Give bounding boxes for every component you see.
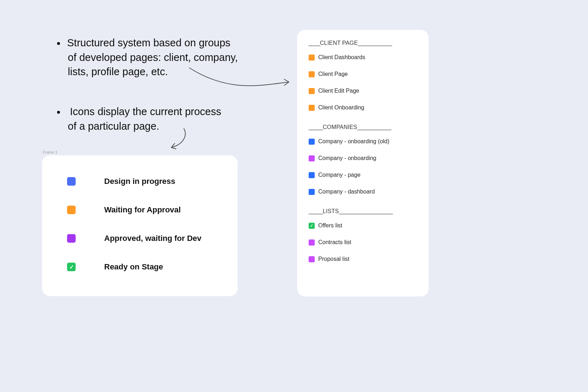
arrow-down-icon (164, 125, 193, 154)
status-swatch-blue-icon (67, 177, 76, 186)
pages-sidebar-card: ____CLIENT PAGE____________ Client Dashb… (297, 30, 429, 296)
page-row: Company - onboarding (old) (309, 138, 417, 145)
status-swatch-purple-icon (309, 239, 315, 246)
legend-label: Approved, waiting for Dev (104, 234, 202, 243)
status-swatch-orange-icon (309, 71, 315, 77)
page-label: Client Dashboards (318, 54, 365, 61)
bullet-item-2: Icons display the current process of a p… (57, 104, 221, 133)
legend-label: Waiting for Approval (104, 205, 181, 215)
legend-card: Design in progress Waiting for Approval … (42, 155, 238, 296)
page-label: Client Onboarding (318, 104, 364, 111)
check-icon: ✓ (310, 223, 313, 228)
header-underscore: _____ (309, 124, 323, 130)
frame-label: Frame 1 (43, 150, 57, 154)
page-label: Proposal list (318, 256, 349, 262)
section-header: _____COMPANIES____________ (309, 124, 417, 130)
page-row: Proposal list (309, 256, 417, 262)
header-title: COMPANIES (323, 124, 358, 130)
status-swatch-purple-icon (309, 256, 315, 262)
header-title: LISTS (323, 208, 339, 214)
bullet-dot-icon (57, 111, 60, 114)
status-swatch-green-check-icon: ✓ (309, 223, 315, 229)
page-row: Company - page (309, 172, 417, 178)
section-header: ____CLIENT PAGE____________ (309, 40, 417, 46)
legend-label: Design in progress (104, 177, 175, 186)
section-header: _____LISTS___________________ (309, 208, 417, 215)
page-row: Client Dashboards (309, 54, 417, 61)
page-row: Company - dashboard (309, 189, 417, 195)
legend-row: ✓ Ready on Stage (67, 262, 220, 272)
status-swatch-orange-icon (309, 105, 315, 111)
page-label: Client Edit Page (318, 88, 359, 94)
header-underscore: ___________________ (339, 208, 392, 214)
status-swatch-purple-icon (67, 234, 76, 243)
header-title: CLIENT PAGE (320, 40, 358, 46)
page-row: Company - onboarding (309, 155, 417, 161)
status-swatch-orange-icon (67, 206, 76, 214)
status-swatch-orange-icon (309, 55, 315, 61)
page-label: Company - onboarding (old) (318, 138, 389, 145)
page-row: Client Edit Page (309, 88, 417, 94)
page-label: Contracts list (318, 239, 351, 246)
status-swatch-blue-icon (309, 189, 315, 195)
header-underscore: ____________ (358, 40, 392, 46)
header-underscore: ____________ (357, 124, 391, 130)
header-underscore: ____ (309, 40, 320, 46)
page-row: Client Page (309, 71, 417, 77)
check-icon: ✓ (69, 264, 74, 270)
page-label: Client Page (318, 71, 348, 77)
bullet-text: lists, profile page, etc. (68, 66, 168, 77)
status-swatch-orange-icon (309, 88, 315, 94)
page-row: Client Onboarding (309, 104, 417, 111)
status-swatch-green-check-icon: ✓ (67, 263, 76, 271)
page-row: Contracts list (309, 239, 417, 246)
page-label: Company - dashboard (318, 189, 375, 195)
status-swatch-purple-icon (309, 155, 315, 161)
legend-row: Design in progress (67, 177, 220, 186)
header-underscore: _____ (309, 208, 323, 214)
legend-row: Waiting for Approval (67, 205, 220, 215)
legend-row: Approved, waiting for Dev (67, 234, 220, 243)
page-label: Company - page (318, 172, 360, 178)
page-label: Company - onboarding (318, 155, 376, 161)
bullet-text: of a particular page. (68, 120, 159, 132)
status-swatch-blue-icon (309, 172, 315, 178)
status-swatch-blue-icon (309, 139, 315, 145)
page-row: ✓ Offers list (309, 222, 417, 229)
legend-label: Ready on Stage (104, 262, 163, 272)
page-label: Offers list (318, 222, 342, 229)
bullet-text: Icons display the current process (67, 106, 221, 117)
arrow-right-icon (186, 61, 296, 96)
bullet-text: Structured system based on groups (67, 37, 230, 48)
bullet-dot-icon (57, 42, 60, 45)
